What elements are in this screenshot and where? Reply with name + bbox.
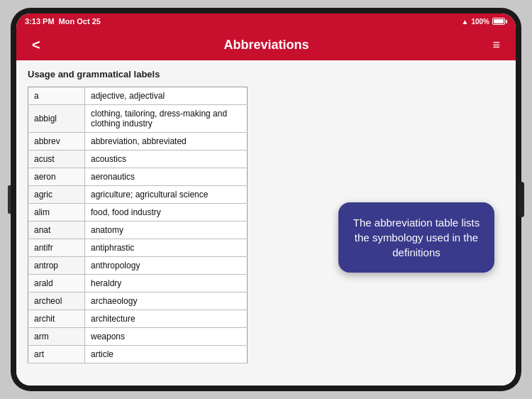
definition-cell: aeronautics	[85, 168, 248, 186]
definition-cell: anthropology	[85, 257, 248, 275]
abbr-cell: arald	[28, 275, 85, 293]
table-row: artarticle	[28, 346, 248, 364]
table-row: abbiglclothing, tailoring, dress-making …	[28, 105, 248, 133]
abbr-cell: acust	[28, 151, 85, 168]
abbr-cell: anat	[28, 222, 85, 239]
abbr-cell: abbrev	[28, 133, 85, 151]
tablet-device: 3:13 PM Mon Oct 25 ▲ 100% < Abbreviation…	[11, 8, 521, 391]
main-content: Usage and grammatical labels aadjective,…	[16, 60, 516, 386]
status-date: Mon Oct 25	[59, 17, 101, 26]
battery-icon	[492, 18, 507, 25]
definition-cell: article	[85, 346, 248, 364]
definition-cell: agriculture; agricultural science	[85, 186, 248, 204]
table-row: architarchitecture	[28, 310, 248, 328]
tooltip-text: The abbreviation table lists the symbolo…	[353, 217, 480, 258]
tablet-screen: 3:13 PM Mon Oct 25 ▲ 100% < Abbreviation…	[16, 13, 516, 386]
definition-cell: archaeology	[85, 293, 248, 310]
abbr-cell: antifr	[28, 239, 85, 257]
definition-cell: abbreviation, abbreviated	[85, 133, 248, 151]
abbr-cell: archit	[28, 310, 85, 328]
status-bar: 3:13 PM Mon Oct 25 ▲ 100%	[16, 13, 516, 29]
table-row: archeolarchaeology	[28, 293, 248, 310]
abbr-cell: abbigl	[28, 105, 85, 133]
table-row: alimfood, food industry	[28, 204, 248, 222]
table-row: acustacoustics	[28, 151, 248, 168]
side-button-left	[8, 185, 11, 214]
table-row: araldheraldry	[28, 275, 248, 293]
definition-cell: food, food industry	[85, 204, 248, 222]
status-time: 3:13 PM	[25, 17, 55, 26]
status-right: ▲ 100%	[462, 18, 507, 26]
abbr-cell: arm	[28, 328, 85, 346]
abbr-cell: a	[28, 87, 85, 105]
battery-percent: 100%	[471, 18, 489, 26]
table-row: anatanatomy	[28, 222, 248, 239]
section-heading: Usage and grammatical labels	[28, 69, 504, 80]
abbr-cell: agric	[28, 186, 85, 204]
definition-cell: weapons	[85, 328, 248, 346]
abbr-cell: aeron	[28, 168, 85, 186]
back-button[interactable]: <	[26, 34, 46, 56]
abbr-cell: archeol	[28, 293, 85, 310]
table-row: agricagriculture; agricultural science	[28, 186, 248, 204]
tooltip-bubble: The abbreviation table lists the symbolo…	[338, 202, 494, 273]
definition-cell: anatomy	[85, 222, 248, 239]
definition-cell: architecture	[85, 310, 248, 328]
definition-cell: clothing, tailoring, dress-making and cl…	[85, 105, 248, 133]
definition-cell: heraldry	[85, 275, 248, 293]
definition-cell: acoustics	[85, 151, 248, 168]
abbreviations-table: aadjective, adjectivalabbiglclothing, ta…	[28, 87, 248, 364]
status-left: 3:13 PM Mon Oct 25	[25, 17, 101, 26]
definition-cell: antiphrastic	[85, 239, 248, 257]
wifi-icon: ▲	[462, 18, 469, 26]
table-row: aeronaeronautics	[28, 168, 248, 186]
table-row: armweapons	[28, 328, 248, 346]
page-title: Abbreviations	[46, 38, 487, 53]
table-row: abbrevabbreviation, abbreviated	[28, 133, 248, 151]
menu-button[interactable]: ≡	[487, 35, 506, 55]
abbr-cell: alim	[28, 204, 85, 222]
definition-cell: adjective, adjectival	[85, 87, 248, 105]
table-row: antropanthropology	[28, 257, 248, 275]
abbr-cell: antrop	[28, 257, 85, 275]
table-row: antifrantiphrastic	[28, 239, 248, 257]
nav-bar: < Abbreviations ≡	[16, 29, 516, 60]
side-button-right	[519, 182, 524, 217]
abbr-cell: art	[28, 346, 85, 364]
table-row: aadjective, adjectival	[28, 87, 248, 105]
